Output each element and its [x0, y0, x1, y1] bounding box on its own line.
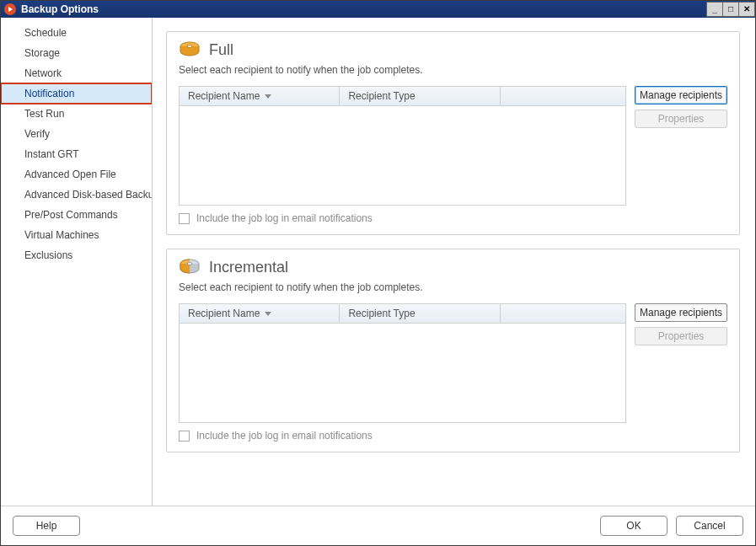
- app-icon: [4, 3, 16, 15]
- properties-button-full: Properties: [635, 110, 727, 128]
- sort-desc-icon: [265, 94, 271, 99]
- sidebar-item-label: Virtual Machines: [24, 229, 99, 241]
- close-icon: ✕: [743, 5, 750, 13]
- maximize-button[interactable]: □: [722, 2, 739, 17]
- sidebar-item-advanced-open-file[interactable]: Advanced Open File: [1, 164, 152, 185]
- help-button[interactable]: Help: [13, 516, 80, 536]
- panel-incremental: Incremental Select each recipient to not…: [166, 249, 740, 452]
- recipient-table-incremental[interactable]: Recipient Name Recipient Type: [179, 303, 626, 423]
- recipient-table-body-inc: [180, 324, 625, 422]
- panel-full: Full Select each recipient to notify whe…: [166, 31, 740, 235]
- ok-button[interactable]: OK: [600, 516, 668, 536]
- col-empty-inc[interactable]: [501, 304, 625, 323]
- backup-options-window: Backup Options _ □ ✕ ScheduleStorageNetw…: [0, 0, 756, 546]
- disc-full-icon: [179, 40, 201, 59]
- sidebar-item-label: Test Run: [24, 108, 64, 120]
- window-controls: _ □ ✕: [707, 2, 755, 17]
- disc-incremental-icon: [179, 258, 201, 276]
- sidebar-item-label: Instant GRT: [24, 148, 78, 160]
- sort-desc-icon: [265, 312, 271, 316]
- panel-full-desc: Select each recipient to notify when the…: [179, 64, 727, 76]
- svg-marker-0: [8, 7, 13, 12]
- sidebar-item-notification[interactable]: Notification: [1, 83, 152, 104]
- manage-recipients-button-inc[interactable]: Manage recipients: [635, 303, 727, 322]
- col-label: Recipient Type: [348, 308, 415, 319]
- include-log-label-inc: Include the job log in email notificatio…: [196, 430, 373, 442]
- sidebar-item-advanced-disk-based-backup[interactable]: Advanced Disk-based Backup: [1, 185, 152, 205]
- col-label: Recipient Name: [188, 308, 260, 319]
- include-log-label-full: Include the job log in email notificatio…: [196, 212, 373, 224]
- properties-button-inc: Properties: [635, 327, 727, 345]
- sidebar-item-verify[interactable]: Verify: [1, 124, 152, 144]
- svg-point-2: [187, 46, 192, 48]
- manage-recipients-button-full[interactable]: Manage recipients: [635, 86, 727, 104]
- cancel-button[interactable]: Cancel: [676, 516, 743, 536]
- sidebar: ScheduleStorageNetworkNotificationTest R…: [1, 18, 153, 506]
- panel-incremental-header: Incremental: [179, 258, 727, 276]
- svg-point-6: [187, 263, 192, 265]
- sidebar-item-label: Network: [24, 67, 62, 79]
- sidebar-item-label: Pre/Post Commands: [24, 209, 118, 221]
- close-button[interactable]: ✕: [738, 2, 755, 17]
- sidebar-item-exclusions[interactable]: Exclusions: [1, 245, 152, 265]
- sidebar-item-label: Advanced Disk-based Backup: [24, 189, 153, 201]
- col-empty-full[interactable]: [501, 87, 625, 105]
- col-label: Recipient Type: [348, 90, 415, 102]
- sidebar-item-schedule[interactable]: Schedule: [1, 23, 152, 43]
- sidebar-item-instant-grt[interactable]: Instant GRT: [1, 144, 152, 164]
- window-title: Backup Options: [21, 3, 99, 15]
- panel-incremental-desc: Select each recipient to notify when the…: [179, 281, 727, 293]
- recipient-table-full[interactable]: Recipient Name Recipient Type: [179, 86, 626, 206]
- col-label: Recipient Name: [188, 90, 260, 102]
- sidebar-item-label: Schedule: [24, 27, 67, 39]
- sidebar-item-label: Notification: [24, 88, 74, 99]
- sidebar-item-label: Exclusions: [24, 249, 72, 261]
- sidebar-item-label: Storage: [24, 47, 60, 59]
- sidebar-item-label: Advanced Open File: [24, 169, 116, 180]
- panel-incremental-title: Incremental: [209, 259, 288, 276]
- sidebar-item-storage[interactable]: Storage: [1, 43, 152, 63]
- include-log-checkbox-full[interactable]: [179, 213, 190, 224]
- sidebar-item-pre-post-commands[interactable]: Pre/Post Commands: [1, 205, 152, 225]
- col-recipient-name-inc[interactable]: Recipient Name: [180, 304, 340, 323]
- col-recipient-type-full[interactable]: Recipient Type: [340, 87, 500, 105]
- window-body: ScheduleStorageNetworkNotificationTest R…: [1, 18, 755, 506]
- col-recipient-name-full[interactable]: Recipient Name: [180, 87, 340, 105]
- recipient-table-body-full: [180, 106, 625, 205]
- maximize-icon: □: [728, 5, 733, 13]
- dialog-footer: Help OK Cancel: [1, 506, 755, 545]
- content-area: Full Select each recipient to notify whe…: [153, 18, 755, 506]
- sidebar-item-test-run[interactable]: Test Run: [1, 104, 152, 124]
- col-recipient-type-inc[interactable]: Recipient Type: [340, 304, 500, 323]
- panel-full-header: Full: [179, 40, 727, 59]
- minimize-icon: _: [712, 5, 717, 13]
- sidebar-item-network[interactable]: Network: [1, 63, 152, 83]
- minimize-button[interactable]: _: [706, 2, 723, 17]
- include-log-checkbox-inc[interactable]: [179, 431, 190, 442]
- panel-full-title: Full: [209, 41, 233, 59]
- sidebar-item-label: Verify: [24, 128, 50, 140]
- titlebar: Backup Options _ □ ✕: [1, 1, 755, 18]
- sidebar-item-virtual-machines[interactable]: Virtual Machines: [1, 225, 152, 245]
